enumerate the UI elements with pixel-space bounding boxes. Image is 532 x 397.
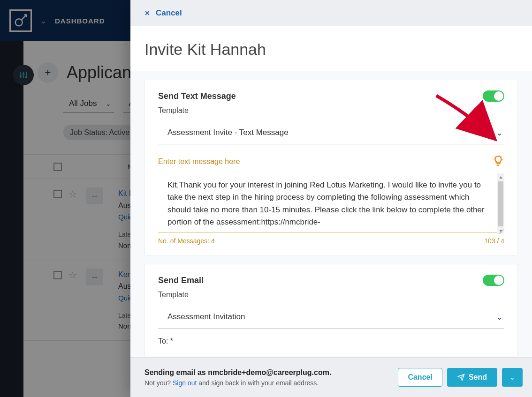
close-icon: ✕ <box>144 9 150 17</box>
cancel-button[interactable]: Cancel <box>398 368 442 387</box>
text-template-select[interactable]: Assessment Invite - Text Message ⌄ <box>158 121 504 144</box>
send-dropdown-button[interactable]: ⌄ <box>502 368 523 387</box>
sign-back-text: and sign back in with your email address… <box>197 379 319 387</box>
message-meta: No. of Messages: 4 103 / 4 <box>158 237 504 245</box>
text-template-value: Assessment Invite - Text Message <box>167 128 289 137</box>
scroll-thumb[interactable] <box>498 181 503 226</box>
text-toggle[interactable] <box>483 90 504 102</box>
message-textarea[interactable] <box>158 173 504 232</box>
email-to-label: To: * <box>158 337 504 345</box>
chevron-down-icon: ⌄ <box>496 128 502 137</box>
panel-title: Invite Kit Hannah <box>144 40 518 59</box>
email-card: Send Email Template Assessment Invitatio… <box>144 264 518 356</box>
resize-handle-icon[interactable] <box>498 228 504 234</box>
email-toggle[interactable] <box>483 275 504 286</box>
panel-body: Send Text Message Template Assessment In… <box>130 71 532 357</box>
char-count: 103 / 4 <box>484 237 504 245</box>
textarea-scrollbar[interactable]: ▲ ▼ <box>497 173 504 234</box>
invite-side-panel: ✕ Cancel Invite Kit Hannah Send Text Mes… <box>130 0 532 397</box>
text-card-title: Send Text Message <box>158 91 236 101</box>
sending-as-prefix: Sending email as <box>144 368 208 376</box>
panel-cancel-link[interactable]: ✕ Cancel <box>144 8 182 18</box>
sending-as-email: nmcbride+demo@careerplug.com. <box>208 368 331 376</box>
send-button[interactable]: Send <box>447 368 497 387</box>
paper-plane-icon <box>457 374 465 381</box>
sign-out-link[interactable]: Sign out <box>173 379 197 387</box>
text-message-card: Send Text Message Template Assessment In… <box>144 80 518 255</box>
cancel-label: Cancel <box>156 8 182 18</box>
panel-topbar: ✕ Cancel <box>130 0 532 26</box>
panel-header: Invite Kit Hannah <box>130 26 532 71</box>
footer-info: Sending email as nmcbride+demo@careerplu… <box>144 367 331 388</box>
email-card-title: Send Email <box>158 276 204 285</box>
panel-footer: Sending email as nmcbride+demo@careerplu… <box>130 357 532 397</box>
email-template-label: Template <box>158 291 504 299</box>
message-textarea-wrap: ▲ ▼ <box>158 173 504 234</box>
lightbulb-icon[interactable] <box>492 155 504 169</box>
message-count: No. of Messages: 4 <box>158 237 215 245</box>
not-you-text: Not you? <box>144 379 173 387</box>
message-input-label: Enter text message here <box>158 157 240 166</box>
template-label: Template <box>158 106 504 115</box>
send-label: Send <box>469 373 487 382</box>
email-template-select[interactable]: Assessment Invitation ⌄ <box>158 306 504 329</box>
email-template-value: Assessment Invitation <box>167 312 245 322</box>
scroll-up-icon[interactable]: ▲ <box>497 173 504 180</box>
chevron-down-icon: ⌄ <box>496 313 502 322</box>
